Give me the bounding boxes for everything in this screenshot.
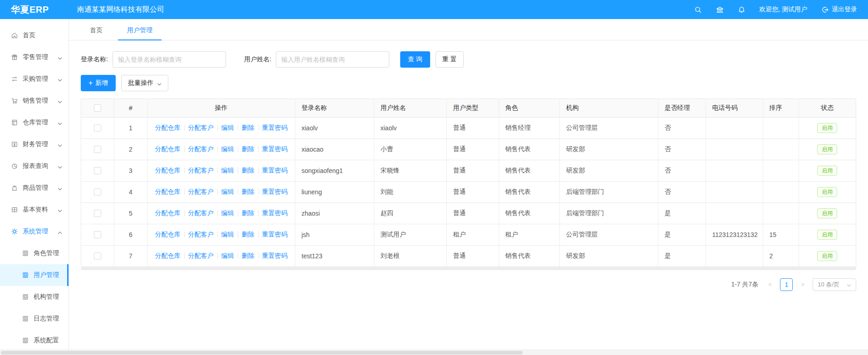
scrollbar-thumb[interactable] bbox=[1, 351, 523, 355]
action-link-分配仓库[interactable]: 分配仓库 bbox=[155, 145, 181, 153]
status-badge[interactable]: 启用 bbox=[817, 166, 837, 176]
action-link-删除[interactable]: 删除 bbox=[242, 145, 255, 153]
row-checkbox[interactable] bbox=[94, 252, 101, 260]
chevron-up-icon bbox=[58, 229, 62, 234]
company-name: 南通某某网络科技有限公司 bbox=[69, 5, 164, 15]
action-link-重置密码[interactable]: 重置密码 bbox=[262, 145, 288, 153]
sidebar-subitem-用户管理[interactable]: 用户管理 bbox=[0, 264, 69, 286]
sidebar-item-销售管理[interactable]: 销售管理 bbox=[0, 90, 69, 112]
action-link-分配仓库[interactable]: 分配仓库 bbox=[155, 124, 181, 131]
action-link-分配仓库[interactable]: 分配仓库 bbox=[155, 188, 181, 195]
status-badge[interactable]: 启用 bbox=[817, 123, 837, 133]
row-checkbox[interactable] bbox=[94, 231, 101, 238]
action-link-编辑[interactable]: 编辑 bbox=[221, 124, 234, 131]
bell-icon[interactable] bbox=[737, 5, 745, 14]
row-login-name: test123 bbox=[295, 245, 374, 266]
sidebar-item-商品管理[interactable]: 商品管理 bbox=[0, 177, 69, 199]
action-link-编辑[interactable]: 编辑 bbox=[221, 167, 234, 174]
action-divider bbox=[184, 146, 185, 152]
sidebar-subitem-角色管理[interactable]: 角色管理 bbox=[0, 242, 69, 264]
action-link-重置密码[interactable]: 重置密码 bbox=[262, 231, 288, 238]
row-user-name: 赵四 bbox=[374, 202, 446, 224]
sidebar-subitem-机构管理[interactable]: 机构管理 bbox=[0, 286, 69, 308]
tab-首页[interactable]: 首页 bbox=[81, 21, 112, 40]
sidebar-item-报表查询[interactable]: 报表查询 bbox=[0, 155, 69, 177]
logout-button[interactable]: 退出登录 bbox=[821, 5, 857, 14]
action-link-编辑[interactable]: 编辑 bbox=[221, 231, 234, 238]
status-badge[interactable]: 启用 bbox=[817, 251, 837, 261]
action-link-分配客户[interactable]: 分配客户 bbox=[188, 124, 214, 131]
add-button[interactable]: + 新增 bbox=[81, 75, 116, 91]
action-link-分配仓库[interactable]: 分配仓库 bbox=[155, 231, 181, 238]
action-link-删除[interactable]: 删除 bbox=[242, 209, 255, 217]
sidebar-item-首页[interactable]: 首页 bbox=[0, 25, 69, 46]
sidebar-item-基本资料[interactable]: 基本资料 bbox=[0, 199, 69, 221]
tab-用户管理[interactable]: 用户管理 bbox=[118, 21, 162, 40]
main-area: 首页零售管理采购管理销售管理仓库管理财务管理报表查询商品管理基本资料系统管理角色… bbox=[0, 19, 868, 355]
row-checkbox[interactable] bbox=[94, 124, 101, 132]
search-icon[interactable] bbox=[694, 5, 702, 14]
action-link-分配客户[interactable]: 分配客户 bbox=[188, 231, 214, 238]
action-divider bbox=[217, 189, 218, 195]
sidebar-subitem-系统配置[interactable]: 系统配置 bbox=[0, 330, 69, 351]
row-status-cell: 启用 bbox=[799, 138, 856, 160]
sidebar-subitem-日志管理[interactable]: 日志管理 bbox=[0, 308, 69, 330]
row-index: 6 bbox=[114, 224, 147, 245]
prev-page-button[interactable]: < bbox=[765, 279, 775, 291]
action-link-分配仓库[interactable]: 分配仓库 bbox=[155, 167, 181, 174]
sidebar-item-系统管理[interactable]: 系统管理 bbox=[0, 221, 69, 242]
action-link-分配客户[interactable]: 分配客户 bbox=[188, 209, 214, 217]
sidebar-item-采购管理[interactable]: 采购管理 bbox=[0, 68, 69, 90]
batch-actions-dropdown[interactable]: 批量操作 bbox=[121, 75, 168, 91]
row-checkbox[interactable] bbox=[94, 188, 101, 196]
action-link-重置密码[interactable]: 重置密码 bbox=[262, 252, 288, 259]
status-badge[interactable]: 启用 bbox=[817, 144, 837, 154]
action-link-重置密码[interactable]: 重置密码 bbox=[262, 167, 288, 174]
action-link-分配客户[interactable]: 分配客户 bbox=[188, 252, 214, 259]
action-link-编辑[interactable]: 编辑 bbox=[221, 252, 234, 259]
action-link-删除[interactable]: 删除 bbox=[242, 231, 255, 238]
search-button[interactable]: 查 询 bbox=[400, 51, 430, 68]
action-divider bbox=[184, 232, 185, 237]
action-link-分配客户[interactable]: 分配客户 bbox=[188, 188, 214, 195]
sidebar-item-仓库管理[interactable]: 仓库管理 bbox=[0, 112, 69, 133]
status-badge[interactable]: 启用 bbox=[817, 208, 837, 218]
status-badge[interactable]: 启用 bbox=[817, 230, 837, 240]
row-checkbox[interactable] bbox=[94, 167, 101, 174]
row-checkbox[interactable] bbox=[94, 210, 101, 217]
chevron-down-icon bbox=[58, 99, 62, 103]
reset-button[interactable]: 重 置 bbox=[436, 51, 464, 68]
status-badge[interactable]: 启用 bbox=[817, 187, 837, 197]
action-link-删除[interactable]: 删除 bbox=[242, 188, 255, 195]
table-horizontal-scrollbar[interactable] bbox=[81, 267, 856, 270]
action-link-分配仓库[interactable]: 分配仓库 bbox=[155, 252, 181, 259]
row-user-type: 租户 bbox=[446, 224, 499, 245]
row-checkbox[interactable] bbox=[94, 146, 101, 153]
select-all-checkbox[interactable] bbox=[94, 104, 101, 112]
action-link-编辑[interactable]: 编辑 bbox=[221, 209, 234, 217]
action-link-分配仓库[interactable]: 分配仓库 bbox=[155, 209, 181, 217]
next-page-button[interactable]: > bbox=[797, 279, 808, 291]
sidebar-item-财务管理[interactable]: 财务管理 bbox=[0, 133, 69, 155]
action-link-分配客户[interactable]: 分配客户 bbox=[188, 145, 214, 153]
sidebar-item-零售管理[interactable]: 零售管理 bbox=[0, 46, 69, 68]
logout-icon bbox=[821, 5, 829, 14]
login-name-input[interactable] bbox=[113, 51, 226, 68]
user-name-input[interactable] bbox=[276, 51, 389, 68]
bank-icon[interactable] bbox=[716, 5, 724, 14]
page-number-button[interactable]: 1 bbox=[780, 278, 793, 291]
action-link-分配客户[interactable]: 分配客户 bbox=[188, 167, 214, 174]
action-link-删除[interactable]: 删除 bbox=[242, 124, 255, 131]
column-header-登录名称: 登录名称 bbox=[295, 99, 374, 117]
action-link-重置密码[interactable]: 重置密码 bbox=[262, 209, 288, 217]
action-link-重置密码[interactable]: 重置密码 bbox=[262, 124, 288, 131]
action-link-删除[interactable]: 删除 bbox=[242, 167, 255, 174]
action-divider bbox=[184, 189, 185, 195]
action-link-编辑[interactable]: 编辑 bbox=[221, 145, 234, 153]
page-horizontal-scrollbar[interactable] bbox=[0, 350, 868, 355]
row-organization: 公司管理层 bbox=[559, 117, 658, 138]
action-link-删除[interactable]: 删除 bbox=[242, 252, 255, 259]
action-link-重置密码[interactable]: 重置密码 bbox=[262, 188, 288, 195]
action-link-编辑[interactable]: 编辑 bbox=[221, 188, 234, 195]
page-size-select[interactable]: 10 条/页 bbox=[813, 278, 856, 291]
